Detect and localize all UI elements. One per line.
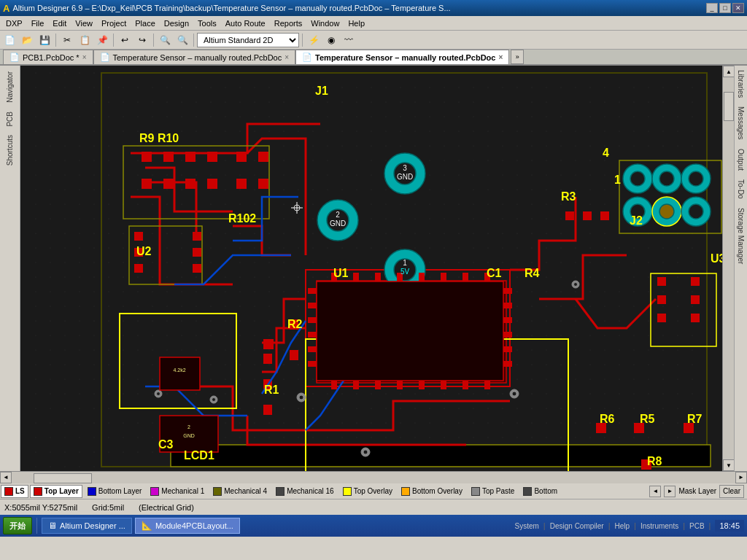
svg-rect-57 — [185, 179, 196, 189]
clock: 18:45 — [715, 520, 744, 532]
svg-text:3: 3 — [403, 164, 407, 172]
layer-scroll-left[interactable]: ◄ — [649, 486, 661, 497]
menu-view[interactable]: View — [71, 18, 97, 29]
toolbar-new[interactable]: 📄 — [1, 32, 18, 48]
layer-topoverlay[interactable]: Top Overlay — [339, 485, 396, 498]
svg-rect-124 — [308, 332, 317, 338]
svg-point-97 — [659, 171, 674, 186]
hscroll-left[interactable]: ◄ — [0, 472, 12, 483]
layer-top[interactable]: Top Layer — [30, 485, 82, 498]
layer-mech1-label: Mechanical 1 — [161, 487, 204, 495]
hscroll-track[interactable] — [12, 472, 735, 483]
vertical-scrollbar[interactable]: ▲ ▼ — [722, 66, 734, 471]
svg-text:R1: R1 — [264, 384, 279, 396]
svg-rect-2 — [28, 66, 714, 471]
layer-bottom[interactable]: Bottom Layer — [84, 485, 145, 498]
tab-tempsensor2-close[interactable]: × — [498, 53, 503, 61]
systray-instruments: Instruments — [640, 522, 678, 530]
toolbar-zoom-out[interactable]: 🔍 — [174, 32, 190, 48]
clear-button[interactable]: Clear — [719, 485, 744, 498]
menu-file[interactable]: File — [27, 18, 49, 29]
tab-tempsensor2-icon: 📄 — [302, 52, 312, 62]
menu-edit[interactable]: Edit — [48, 18, 71, 29]
panel-tab-pcb[interactable]: PCB — [4, 107, 15, 131]
layer-mech16[interactable]: Mechanical 16 — [272, 485, 337, 498]
panel-tab-messages[interactable]: Messages — [735, 102, 746, 144]
grid-mode: (Electrical Grid) — [139, 503, 194, 512]
toolbar-zoom-in[interactable]: 🔍 — [157, 32, 173, 48]
tab-tempsensor1-close[interactable]: × — [285, 53, 289, 61]
svg-rect-144 — [397, 381, 403, 389]
toolbar-route[interactable]: ⚡ — [306, 32, 322, 48]
toolbar-cut[interactable]: ✂ — [59, 32, 75, 48]
toolbar-track[interactable]: 〰 — [341, 32, 357, 48]
svg-rect-121 — [308, 288, 317, 294]
panel-tab-libraries[interactable]: Libraries — [735, 66, 746, 102]
vscroll-thumb[interactable] — [724, 92, 734, 121]
systray-separator2: | — [608, 521, 611, 530]
toolbar-paste[interactable]: 📌 — [94, 32, 110, 48]
svg-text:R8: R8 — [647, 455, 662, 467]
mask-layer-label: Mask Layer — [678, 487, 716, 495]
layer-mech1[interactable]: Mechanical 1 — [147, 485, 208, 498]
panel-tab-output[interactable]: Output — [735, 144, 746, 175]
svg-rect-122 — [308, 303, 317, 308]
tab-tempsensor1[interactable]: 📄 Temperature Sensor – manually routed.P… — [93, 50, 296, 64]
menu-window[interactable]: Window — [306, 18, 344, 29]
toolbar-undo[interactable]: ↩ — [117, 32, 133, 48]
panel-tab-todo[interactable]: To-Do — [735, 175, 746, 203]
taskbar-separator — [36, 518, 37, 534]
menu-reports[interactable]: Reports — [270, 18, 307, 29]
layer-toppaste[interactable]: Top Paste — [468, 485, 518, 498]
minimize-button[interactable]: _ — [706, 3, 718, 13]
menu-help[interactable]: Help — [344, 18, 369, 29]
vscroll-up[interactable]: ▲ — [723, 66, 735, 77]
layer-bottom2[interactable]: Bottom — [519, 485, 561, 498]
svg-rect-51 — [142, 152, 152, 162]
taskbar-altium[interactable]: 🖥 Altium Designer ... — [42, 518, 132, 534]
maximize-button[interactable]: □ — [719, 3, 731, 13]
tab-tempsensor2[interactable]: 📄 Temperature Sensor – manually routed.P… — [295, 50, 509, 64]
layer-scroll-right[interactable]: ► — [664, 486, 676, 497]
tab-pcb1-label: PCB1.PcbDoc * — [23, 53, 80, 62]
panel-tab-shortcuts[interactable]: Shortcuts — [4, 131, 15, 170]
menu-place[interactable]: Place — [131, 18, 160, 29]
svg-rect-128 — [503, 303, 512, 308]
menu-dxp[interactable]: DXP — [1, 18, 27, 29]
svg-text:J1: J1 — [315, 85, 328, 97]
tab-overflow[interactable]: » — [511, 50, 524, 64]
menu-tools[interactable]: Tools — [193, 18, 221, 29]
start-button[interactable]: 开始 — [3, 517, 32, 534]
panel-tab-navigator[interactable]: Navigator — [4, 67, 15, 107]
toolbar-redo[interactable]: ↪ — [134, 32, 150, 48]
svg-rect-72 — [691, 277, 700, 286]
svg-text:R2: R2 — [287, 318, 303, 330]
menu-design[interactable]: Design — [160, 18, 193, 29]
vscroll-down[interactable]: ▼ — [723, 459, 735, 471]
toolbar-copy[interactable]: 📋 — [77, 32, 93, 48]
tab-pcb1-close[interactable]: × — [82, 53, 87, 61]
menu-autoroute[interactable]: Auto Route — [221, 18, 270, 29]
layer-bottomoverlay[interactable]: Bottom Overlay — [398, 485, 466, 498]
svg-rect-71 — [657, 314, 666, 322]
tab-pcb1[interactable]: 📄 PCB1.PcbDoc * × — [3, 50, 93, 64]
vscroll-track[interactable] — [723, 77, 734, 459]
svg-rect-75 — [263, 354, 272, 364]
hscroll-right[interactable]: ► — [735, 472, 747, 483]
panel-tab-storage[interactable]: Storage Manager — [735, 203, 746, 268]
toolbar-via[interactable]: ◉ — [323, 32, 339, 48]
tab-tempsensor1-label: Temperature Sensor – manually routed.Pcb… — [113, 53, 282, 62]
hscroll-thumb[interactable] — [34, 473, 92, 483]
menu-project[interactable]: Project — [97, 18, 131, 29]
horizontal-scrollbar[interactable]: ◄ ► — [0, 471, 747, 483]
svg-rect-58 — [207, 179, 217, 189]
pcb-canvas[interactable]: 0 0 — [20, 66, 722, 471]
close-button[interactable]: ✕ — [732, 3, 744, 13]
toolbar-view-dropdown[interactable]: Altium Standard 2D — [197, 33, 299, 47]
taskbar-module[interactable]: 📐 Module4PCBLayout... — [135, 518, 240, 534]
toolbar-open[interactable]: 📂 — [19, 32, 35, 48]
layer-ls[interactable]: LS — [1, 485, 28, 498]
svg-point-103 — [659, 204, 674, 219]
layer-mech4[interactable]: Mechanical 4 — [209, 485, 271, 498]
toolbar-save[interactable]: 💾 — [36, 32, 53, 48]
